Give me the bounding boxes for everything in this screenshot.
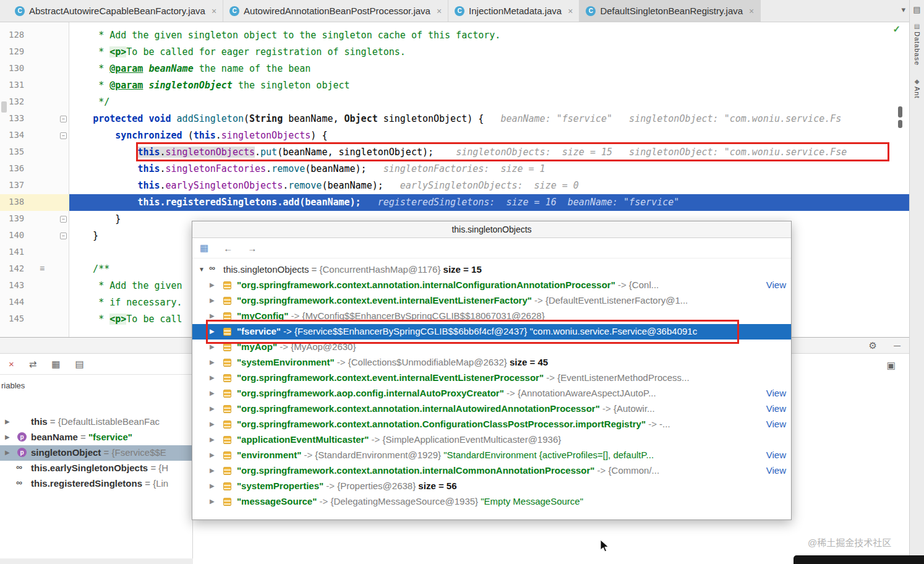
chevron-right-icon[interactable]: ▶ (210, 451, 215, 458)
chevron-right-icon[interactable]: ▶ (210, 281, 215, 288)
chevron-right-icon[interactable]: ▶ (210, 343, 215, 350)
line-number[interactable]: 135 (9, 147, 36, 156)
tab-close-icon[interactable]: × (212, 6, 216, 16)
view-link[interactable]: View (760, 419, 786, 429)
map-entry-icon (223, 359, 231, 367)
chevron-right-icon[interactable]: ▶ (210, 359, 215, 365)
line-number[interactable]: 133 (9, 113, 36, 123)
map-entry-row[interactable]: ▶"org.springframework.context.annotation… (192, 417, 791, 432)
variable-row[interactable]: ∞this.registeredSingletons = {Lin (0, 476, 193, 492)
line-number[interactable]: 129 (9, 46, 36, 56)
variable-row[interactable]: ▶this = {DefaultListableBeanFac (0, 414, 193, 430)
map-entry-row[interactable]: ▶"org.springframework.context.annotation… (192, 278, 791, 293)
editor-tab[interactable]: CAbstractAutowireCapableBeanFactory.java… (9, 0, 223, 22)
chevron-right-icon[interactable]: ▶ (210, 498, 215, 505)
back-icon[interactable]: ← (223, 243, 233, 254)
menu-icon[interactable]: ▤ (913, 5, 920, 14)
line-number[interactable]: 144 (9, 297, 36, 307)
fold-marker-icon[interactable]: − (60, 116, 67, 122)
chevron-right-icon[interactable]: ▶ (210, 297, 215, 304)
tool-window-button-database[interactable]: ▤Database (913, 23, 921, 66)
map-entry-row[interactable]: ▶"org.springframework.context.event.inte… (192, 370, 791, 386)
map-entry-row[interactable]: ▶"systemEnvironment" -> {Collections$Unm… (192, 355, 791, 370)
fold-marker-icon[interactable]: − (60, 216, 67, 223)
map-entry-icon (223, 297, 231, 305)
chevron-down-icon[interactable]: ▼ (199, 266, 205, 273)
gutter-marker-icon[interactable]: ≡ (40, 263, 45, 273)
view-link[interactable]: View (760, 388, 786, 398)
horizontal-scrollbar[interactable] (0, 558, 193, 564)
map-entry-row[interactable]: ▶"org.springframework.aop.config.interna… (192, 386, 791, 401)
variable-row[interactable]: ▶pbeanName = "fservice" (0, 430, 193, 445)
forward-icon[interactable]: → (247, 243, 257, 254)
map-entry-row[interactable]: ▶"org.springframework.context.event.inte… (192, 293, 791, 309)
view-link[interactable]: View (760, 403, 786, 414)
scrollbar-mark[interactable] (898, 106, 902, 118)
tab-close-icon[interactable]: × (437, 6, 442, 16)
layout-restore-icon[interactable]: ▣ (887, 360, 896, 371)
entry-text: "messageSource" -> {DelegatingMessageSou… (237, 496, 583, 506)
map-entry-row[interactable]: ▶"org.springframework.context.annotation… (192, 401, 791, 417)
chevron-right-icon[interactable]: ▶ (5, 449, 10, 456)
fold-marker-icon[interactable]: − (60, 132, 67, 139)
line-number[interactable]: 130 (9, 63, 36, 73)
chevron-right-icon[interactable]: ▶ (5, 418, 10, 425)
editor-tab[interactable]: CDefaultSingletonBeanRegistry.java× (580, 0, 761, 22)
tab-close-icon[interactable]: × (568, 6, 573, 16)
editor-tab[interactable]: CInjectionMetadata.java× (448, 0, 580, 22)
tool-window-button-ant[interactable]: ◆Ant (913, 78, 921, 99)
editor-tab[interactable]: CAutowiredAnnotationBeanPostProcessor.ja… (223, 0, 448, 22)
map-entry-row[interactable]: ▶"org.springframework.context.annotation… (192, 463, 791, 479)
line-number[interactable]: 134 (9, 130, 36, 140)
variable-row[interactable]: ▶psingletonObject = {Fservice$$E (0, 445, 193, 461)
view-link[interactable]: View (760, 450, 786, 460)
line-number[interactable]: 131 (9, 80, 36, 90)
chevron-right-icon[interactable]: ▶ (210, 312, 215, 319)
code-token: add (283, 197, 299, 208)
line-number[interactable]: 137 (9, 180, 36, 190)
view-link[interactable]: View (760, 280, 786, 290)
line-number[interactable]: 138 (9, 197, 36, 207)
map-entry-row[interactable]: ▶"environment" -> {StandardEnvironment@1… (192, 448, 791, 463)
settings-gear-icon[interactable]: ⚙ (869, 340, 877, 351)
popup-root-row[interactable]: ▼∞this.singletonObjects = {ConcurrentHas… (192, 262, 791, 278)
entry-text: "org.springframework.context.event.inter… (237, 372, 690, 383)
map-entry-row[interactable]: ▶"applicationEventMulticaster" -> {Simpl… (192, 432, 791, 448)
line-number[interactable]: 128 (9, 30, 36, 40)
fold-marker-icon[interactable]: − (60, 233, 67, 239)
tabs-overflow-chevron-icon[interactable]: ▾ (901, 5, 905, 14)
chevron-right-icon[interactable]: ▶ (5, 434, 10, 440)
map-entry-row[interactable]: ▶"systemProperties" -> {Properties@2638}… (192, 479, 791, 494)
code-token: To be called for eager registration of s… (126, 46, 406, 58)
code-text: this.registeredSingletons.add(beanName);… (71, 196, 679, 209)
line-number[interactable]: 142 (9, 263, 36, 273)
grid-view-icon[interactable]: ▦ (200, 242, 208, 254)
chevron-right-icon[interactable]: ▶ (210, 436, 215, 443)
code-token: void (148, 113, 171, 124)
scrollbar-mark[interactable] (898, 120, 902, 128)
code-text: this.singletonFactories.remove(beanName)… (71, 163, 545, 176)
inspections-status-check-icon[interactable]: ✓ (892, 24, 900, 35)
chevron-right-icon[interactable]: ▶ (210, 482, 215, 489)
tab-close-icon[interactable]: × (749, 6, 754, 16)
map-entry-row[interactable]: ▶"messageSource" -> {DelegatingMessageSo… (192, 494, 791, 510)
entry-text: "org.springframework.context.annotation.… (237, 465, 659, 476)
inline-debug-hint: earlySingletonObjects: size = 0 (383, 180, 579, 191)
code-token: String (249, 113, 283, 124)
chevron-right-icon[interactable]: ▶ (210, 374, 215, 381)
line-number[interactable]: 140 (9, 230, 36, 240)
code-token: <p> (109, 314, 126, 325)
line-number[interactable]: 139 (9, 213, 36, 223)
line-number[interactable]: 145 (9, 314, 36, 323)
minimize-icon[interactable]: ─ (894, 340, 900, 351)
line-number[interactable]: 143 (9, 280, 36, 290)
chevron-right-icon[interactable]: ▶ (210, 405, 215, 412)
chevron-right-icon[interactable]: ▶ (210, 421, 215, 427)
view-link[interactable]: View (760, 465, 786, 476)
line-number[interactable]: 141 (9, 247, 36, 257)
variable-row[interactable]: ∞this.earlySingletonObjects = {H (0, 461, 193, 476)
chevron-right-icon[interactable]: ▶ (210, 390, 215, 396)
chevron-right-icon[interactable]: ▶ (210, 467, 215, 474)
line-number[interactable]: 132 (9, 96, 36, 106)
line-number[interactable]: 136 (9, 163, 36, 173)
